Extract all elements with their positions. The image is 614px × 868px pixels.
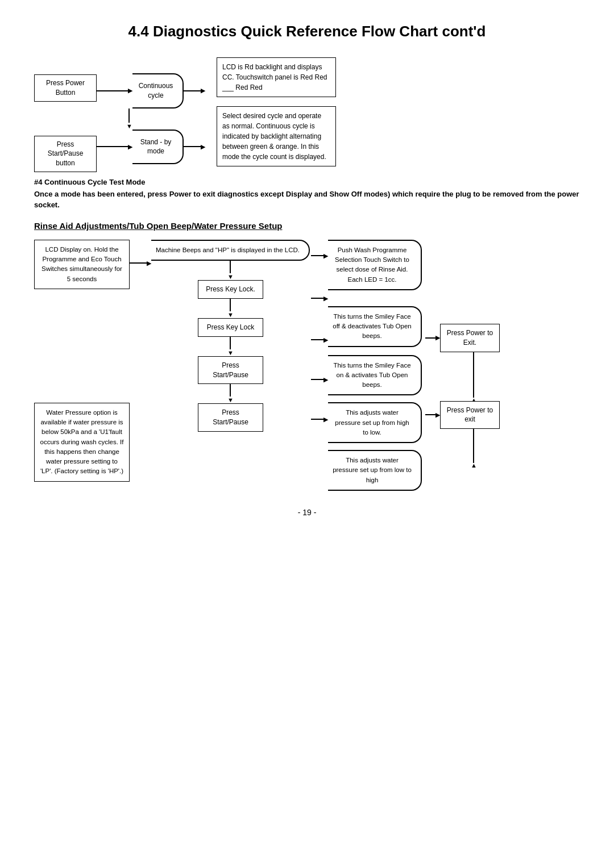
info-box-2: Select desired cycle and operate as norm… [217, 106, 336, 166]
vert-arrow-area: ▼ [97, 108, 205, 130]
vert-arrow-head: ▼ [126, 123, 132, 130]
arrow-line-4 [184, 146, 201, 147]
v-arrowhead-2: ▼ [227, 273, 234, 280]
v-arrow-3: ▼ [227, 299, 234, 318]
v-line-4 [230, 337, 231, 349]
h-arrowhead-1: ▶ [147, 260, 151, 267]
r-arrow-sp2: ▶ [311, 416, 328, 423]
v-line-5 [230, 384, 231, 397]
r-arrow-kl2: ▶ [311, 336, 328, 344]
flow-label: #4 Continuous Cycle Test Mode [34, 178, 580, 186]
r-line-kl2 [311, 339, 323, 340]
arrow-head-2: ▶ [201, 87, 205, 94]
exit-head-1: ▶ [435, 334, 440, 341]
h-arrow-1: ▶ [130, 260, 151, 267]
r-head-sp1: ▶ [323, 376, 328, 383]
right-content-col: Push Wash Programme Selection Touch Swit… [328, 240, 422, 491]
rinse-diagram: LCD Display on. Hold the Programme and E… [34, 240, 580, 491]
r-line-sp1 [311, 379, 323, 380]
water-pressure-box: Water Pressure option is available if wa… [34, 403, 130, 482]
stand-by-bracket: Stand - bymode [132, 130, 184, 165]
v-arrowhead-3: ▼ [227, 311, 234, 318]
r-line-m [311, 255, 323, 256]
adjusts-high-low-bracket: This adjusts water pressure set up from … [328, 402, 422, 443]
top-flow-diagram: Press Power Button Press Start/Pause but… [34, 57, 580, 172]
continuous-cycle-bracket: Continuouscycle [132, 73, 184, 108]
v-arrowhead-4: ▼ [227, 349, 234, 356]
page-number: - 19 - [34, 508, 580, 517]
exit-row-2: ▶ Press Power to exit [425, 401, 504, 429]
adjusts-low-high-bracket: This adjusts water pressure set up from … [328, 450, 422, 491]
press-start-2-box: Press Start/Pause [198, 403, 263, 432]
exit-line-1 [425, 337, 435, 339]
page-title: 4.4 Diagnostics Quick Reference Flow Cha… [34, 23, 580, 40]
press-power-exits: ▶ Press Power to Exit. ▲ ▶ Press Power t… [425, 324, 504, 469]
exit-line-2 [425, 414, 435, 415]
exit-vert: ▲ [471, 352, 504, 403]
press-power-exit-1-box: Press Power to Exit. [440, 324, 500, 352]
smiley-on-bracket: This turns the Smiley Face on & activate… [328, 355, 422, 396]
r-arrow-kl1: ▶ [311, 295, 328, 302]
h-arrow-1-area: ▶ [130, 240, 151, 267]
second-flow-row: ▶ Stand - bymode ▶ [97, 130, 205, 165]
vert-line-1 [128, 108, 130, 123]
r-head-sp2: ▶ [323, 416, 328, 423]
machine-beeps-bracket: Machine Beeps and "HP" is displayed in t… [151, 240, 310, 261]
arrow-line-2 [184, 90, 201, 91]
press-key-lock-1-box: Press Key Lock. [198, 280, 263, 299]
col1-spacer [34, 289, 130, 403]
push-wash-bracket: Push Wash Programme Selection Touch Swit… [328, 240, 422, 290]
v-arrow-4: ▼ [227, 337, 234, 356]
right-arrows-col: ▶ ▶ ▶ ▶ ▶ [311, 240, 328, 423]
exit-v-line [473, 352, 474, 398]
exit-v-line-2 [473, 429, 474, 463]
smiley-off-bracket: This turns the Smiley Face off & deactiv… [328, 306, 422, 347]
mode-note: Once a mode has been entered, press Powe… [34, 189, 580, 211]
press-start-pause-box: Press Start/Pause button [34, 136, 97, 172]
h-line-1 [130, 262, 147, 264]
r-arrow-sp1: ▶ [311, 376, 328, 383]
press-start-1-box: Press Start/Pause [198, 356, 263, 385]
exit-head-2: ▶ [435, 411, 440, 419]
exit-v-head-2: ▲ [471, 462, 477, 469]
v-line-2 [230, 261, 231, 273]
info-box-1: LCD is Rd backlight and displays CC. Tou… [217, 57, 336, 97]
arrow-line-1 [97, 90, 128, 91]
far-right-col: ▶ Press Power to Exit. ▲ ▶ Press Power t… [425, 240, 504, 469]
r-line-kl1 [311, 298, 323, 299]
v-line-3 [230, 299, 231, 311]
rinse-section-title: Rinse Aid Adjustments/Tub Open Beep/Wate… [34, 221, 580, 231]
press-power-box: Press Power Button [34, 74, 97, 102]
exit-row-1: ▶ Press Power to Exit. [425, 324, 504, 352]
arrow-line-3 [97, 146, 128, 147]
arrow-head-3: ▶ [128, 143, 132, 151]
press-power-exit-2-box: Press Power to exit [440, 401, 500, 429]
v-arrow-5: ▼ [227, 384, 234, 403]
rinse-col1: LCD Display on. Hold the Programme and E… [34, 240, 130, 482]
top-mid-col: ▶ Continuouscycle ▶ ▼ ▶ Stand - bymode ▶ [97, 57, 205, 164]
top-left-col: Press Power Button Press Start/Pause but… [34, 74, 97, 172]
r-arrow-machine: ▶ [311, 252, 328, 260]
r-head-kl1: ▶ [323, 295, 328, 302]
r-head-kl2: ▶ [323, 336, 328, 344]
arrow-head-4: ▶ [201, 143, 205, 151]
lcd-display-box: LCD Display on. Hold the Programme and E… [34, 240, 130, 289]
r-line-sp2 [311, 419, 323, 420]
r-head-m: ▶ [323, 252, 328, 260]
press-key-lock-2-box: Press Key Lock [198, 318, 263, 337]
v-arrowhead-5: ▼ [227, 397, 234, 403]
arrow-head-1: ▶ [128, 87, 132, 94]
top-right-col: LCD is Rd backlight and displays CC. Tou… [217, 57, 336, 166]
middle-chain: Machine Beeps and "HP" is displayed in t… [151, 240, 310, 432]
exit-vert-2: ▲ [425, 429, 504, 469]
v-arrow-2: ▼ [227, 261, 234, 280]
